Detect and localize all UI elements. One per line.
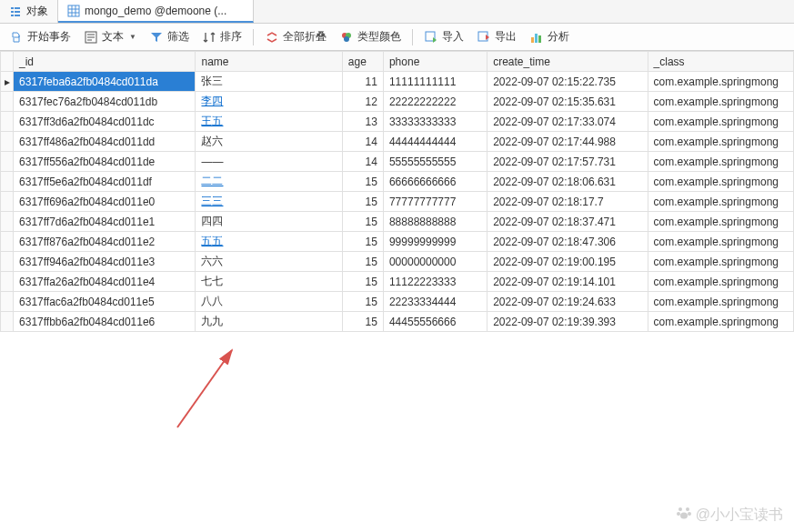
cell-name[interactable]: 七七: [196, 272, 342, 292]
table-row[interactable]: 6317ffa26a2fb0484cd011e4七七15111222233332…: [1, 272, 794, 292]
cell-id[interactable]: 6317ff7d6a2fb0484cd011e1: [14, 212, 196, 232]
cell-phone[interactable]: 22222222222: [383, 92, 487, 112]
cell-create_time[interactable]: 2022-09-07 02:18:06.631: [487, 172, 648, 192]
tab-objects[interactable]: 对象: [0, 0, 58, 23]
cell-id[interactable]: 6317feba6a2fb0484cd011da: [14, 72, 196, 92]
analyze-button[interactable]: 分析: [524, 26, 575, 47]
table-row[interactable]: 6317ff696a2fb0484cd011e0三三15777777777772…: [1, 192, 794, 212]
cell-age[interactable]: 15: [342, 312, 383, 332]
start-transaction-button[interactable]: 开始事务: [4, 26, 76, 47]
cell-phone[interactable]: 77777777777: [383, 192, 487, 212]
import-button[interactable]: 导入: [418, 26, 469, 47]
cell-create_time[interactable]: 2022-09-07 02:17:33.074: [487, 112, 648, 132]
cell-create_time[interactable]: 2022-09-07 02:19:14.101: [487, 272, 648, 292]
cell-id[interactable]: 6317ffac6a2fb0484cd011e5: [14, 292, 196, 312]
cell-age[interactable]: 14: [342, 152, 383, 172]
table-row[interactable]: 6317ffac6a2fb0484cd011e5八八15222333344442…: [1, 292, 794, 312]
table-row[interactable]: 6317ff946a2fb0484cd011e3六六15000000000002…: [1, 252, 794, 272]
column-header[interactable]: create_time: [487, 52, 648, 72]
cell-id[interactable]: 6317ff946a2fb0484cd011e3: [14, 252, 196, 272]
cell-age[interactable]: 13: [342, 112, 383, 132]
column-header[interactable]: age: [342, 52, 383, 72]
cell-phone[interactable]: 66666666666: [383, 172, 487, 192]
cell-class[interactable]: com.example.springmong: [648, 112, 793, 132]
filter-button[interactable]: 筛选: [144, 26, 195, 47]
sort-button[interactable]: 排序: [196, 26, 247, 47]
cell-create_time[interactable]: 2022-09-07 02:19:39.393: [487, 312, 648, 332]
cell-create_time[interactable]: 2022-09-07 02:18:37.471: [487, 212, 648, 232]
cell-age[interactable]: 11: [342, 72, 383, 92]
cell-class[interactable]: com.example.springmong: [648, 92, 793, 112]
cell-age[interactable]: 14: [342, 132, 383, 152]
cell-name[interactable]: 九九: [196, 312, 342, 332]
cell-class[interactable]: com.example.springmong: [648, 312, 793, 332]
cell-class[interactable]: com.example.springmong: [648, 232, 793, 252]
cell-phone[interactable]: 33333333333: [383, 112, 487, 132]
cell-age[interactable]: 15: [342, 272, 383, 292]
column-header[interactable]: name: [196, 52, 342, 72]
cell-name[interactable]: 李四: [196, 92, 342, 112]
cell-age[interactable]: 12: [342, 92, 383, 112]
column-header[interactable]: phone: [383, 52, 487, 72]
cell-class[interactable]: com.example.springmong: [648, 72, 793, 92]
cell-create_time[interactable]: 2022-09-07 02:15:22.735: [487, 72, 648, 92]
table-row[interactable]: 6317fec76a2fb0484cd011db李四12222222222222…: [1, 92, 794, 112]
cell-name[interactable]: 五五: [196, 232, 342, 252]
cell-create_time[interactable]: 2022-09-07 02:19:00.195: [487, 252, 648, 272]
cell-create_time[interactable]: 2022-09-07 02:18:47.306: [487, 232, 648, 252]
table-row[interactable]: 6317ff5e6a2fb0484cd011df二二15666666666662…: [1, 172, 794, 192]
cell-id[interactable]: 6317ff5e6a2fb0484cd011df: [14, 172, 196, 192]
cell-name[interactable]: 二二: [196, 172, 342, 192]
cell-phone[interactable]: 00000000000: [383, 252, 487, 272]
cell-class[interactable]: com.example.springmong: [648, 272, 793, 292]
table-row[interactable]: 6317ffbb6a2fb0484cd011e6九九15444555566662…: [1, 312, 794, 332]
cell-id[interactable]: 6317ffbb6a2fb0484cd011e6: [14, 312, 196, 332]
tab-table[interactable]: mongo_demo @demoone (...: [58, 0, 254, 23]
cell-create_time[interactable]: 2022-09-07 02:17:44.988: [487, 132, 648, 152]
cell-id[interactable]: 6317ffa26a2fb0484cd011e4: [14, 272, 196, 292]
cell-create_time[interactable]: 2022-09-07 02:17:57.731: [487, 152, 648, 172]
collapse-all-button[interactable]: 全部折叠: [259, 26, 332, 47]
column-header[interactable]: _id: [14, 52, 196, 72]
cell-name[interactable]: 王五: [196, 112, 342, 132]
cell-id[interactable]: 6317ff696a2fb0484cd011e0: [14, 192, 196, 212]
cell-name[interactable]: 八八: [196, 292, 342, 312]
cell-id[interactable]: 6317ff876a2fb0484cd011e2: [14, 232, 196, 252]
cell-age[interactable]: 15: [342, 292, 383, 312]
table-row[interactable]: 6317ff7d6a2fb0484cd011e1四四15888888888882…: [1, 212, 794, 232]
type-color-button[interactable]: 类型颜色: [334, 26, 407, 47]
export-button[interactable]: 导出: [471, 26, 522, 47]
cell-name[interactable]: ——: [196, 152, 342, 172]
cell-phone[interactable]: 55555555555: [383, 152, 487, 172]
cell-phone[interactable]: 88888888888: [383, 212, 487, 232]
cell-create_time[interactable]: 2022-09-07 02:18:17.7: [487, 192, 648, 212]
cell-class[interactable]: com.example.springmong: [648, 192, 793, 212]
cell-id[interactable]: 6317ff3d6a2fb0484cd011dc: [14, 112, 196, 132]
cell-age[interactable]: 15: [342, 232, 383, 252]
cell-age[interactable]: 15: [342, 212, 383, 232]
cell-name[interactable]: 四四: [196, 212, 342, 232]
cell-name[interactable]: 赵六: [196, 132, 342, 152]
cell-age[interactable]: 15: [342, 172, 383, 192]
cell-name[interactable]: 三三: [196, 192, 342, 212]
cell-age[interactable]: 15: [342, 252, 383, 272]
table-row[interactable]: 6317ff556a2fb0484cd011de——14555555555552…: [1, 152, 794, 172]
cell-class[interactable]: com.example.springmong: [648, 292, 793, 312]
table-row[interactable]: 6317ff3d6a2fb0484cd011dc王五13333333333332…: [1, 112, 794, 132]
cell-phone[interactable]: 99999999999: [383, 232, 487, 252]
cell-age[interactable]: 15: [342, 192, 383, 212]
cell-class[interactable]: com.example.springmong: [648, 252, 793, 272]
cell-name[interactable]: 六六: [196, 252, 342, 272]
close-icon[interactable]: [231, 5, 244, 17]
cell-phone[interactable]: 22233334444: [383, 292, 487, 312]
cell-id[interactable]: 6317fec76a2fb0484cd011db: [14, 92, 196, 112]
table-row[interactable]: ▸6317feba6a2fb0484cd011da张三1111111111111…: [1, 72, 794, 92]
column-header[interactable]: _class: [648, 52, 793, 72]
table-row[interactable]: 6317ff486a2fb0484cd011dd赵六14444444444442…: [1, 132, 794, 152]
cell-create_time[interactable]: 2022-09-07 02:19:24.633: [487, 292, 648, 312]
cell-class[interactable]: com.example.springmong: [648, 152, 793, 172]
cell-phone[interactable]: 11122223333: [383, 272, 487, 292]
cell-phone[interactable]: 44455556666: [383, 312, 487, 332]
text-button[interactable]: 文本 ▼: [78, 26, 142, 47]
cell-name[interactable]: 张三: [196, 72, 342, 92]
